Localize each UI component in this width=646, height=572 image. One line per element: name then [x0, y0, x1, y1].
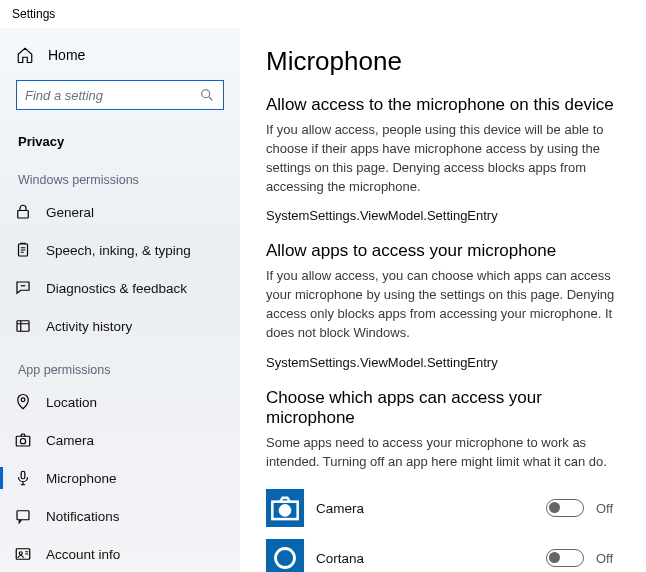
svg-rect-5	[16, 436, 30, 446]
privacy-heading: Privacy	[0, 120, 240, 155]
window-title: Settings	[12, 7, 55, 21]
notifications-icon	[14, 507, 32, 525]
page-title: Microphone	[266, 46, 624, 77]
svg-rect-8	[17, 511, 29, 520]
sidebar-item-location[interactable]: Location	[0, 383, 240, 421]
sidebar: Home Privacy Windows permissions General	[0, 28, 240, 572]
app-row-cortana: Cortana Off	[266, 533, 624, 572]
toggle-camera[interactable]	[546, 499, 584, 517]
sidebar-item-speech[interactable]: Speech, inking, & typing	[0, 231, 240, 269]
section1-text: If you allow access, people using this d…	[266, 121, 624, 196]
main-content: Microphone Allow access to the microphon…	[240, 28, 646, 572]
app-label: Camera	[316, 501, 534, 516]
feedback-icon	[14, 279, 32, 297]
svg-rect-3	[17, 321, 29, 332]
section2-text: If you allow access, you can choose whic…	[266, 267, 624, 342]
sidebar-item-camera[interactable]: Camera	[0, 421, 240, 459]
lock-icon	[14, 203, 32, 221]
section1-entry: SystemSettings.ViewModel.SettingEntry	[266, 208, 624, 223]
sidebar-item-general[interactable]: General	[0, 193, 240, 231]
account-icon	[14, 545, 32, 563]
sidebar-item-notifications[interactable]: Notifications	[0, 497, 240, 535]
svg-point-13	[276, 549, 295, 568]
home-label: Home	[48, 47, 85, 63]
search-box[interactable]	[16, 80, 224, 110]
camera-icon	[14, 431, 32, 449]
section2-heading: Allow apps to access your microphone	[266, 241, 624, 261]
search-icon	[199, 87, 215, 103]
sidebar-item-label: Camera	[46, 433, 94, 448]
section2-entry: SystemSettings.ViewModel.SettingEntry	[266, 355, 624, 370]
sidebar-item-microphone[interactable]: Microphone	[0, 459, 240, 497]
history-icon	[14, 317, 32, 335]
app-permissions-heading: App permissions	[0, 345, 240, 383]
sidebar-item-label: Activity history	[46, 319, 132, 334]
toggle-state: Off	[596, 551, 624, 566]
sidebar-item-label: Location	[46, 395, 97, 410]
toggle-state: Off	[596, 501, 624, 516]
svg-point-12	[280, 506, 290, 516]
section3-text: Some apps need to access your microphone…	[266, 434, 624, 472]
clipboard-icon	[14, 241, 32, 259]
sidebar-item-label: Microphone	[46, 471, 117, 486]
sidebar-item-activity[interactable]: Activity history	[0, 307, 240, 345]
sidebar-item-label: Notifications	[46, 509, 120, 524]
section1-heading: Allow access to the microphone on this d…	[266, 95, 624, 115]
section3-heading: Choose which apps can access your microp…	[266, 388, 624, 428]
location-icon	[14, 393, 32, 411]
window-titlebar: Settings	[0, 0, 646, 28]
svg-point-0	[202, 90, 210, 98]
sidebar-item-label: General	[46, 205, 94, 220]
cortana-tile-icon	[266, 539, 304, 572]
app-row-camera: Camera Off	[266, 483, 624, 533]
svg-point-4	[21, 398, 25, 402]
sidebar-item-label: Speech, inking, & typing	[46, 243, 191, 258]
svg-point-6	[20, 439, 25, 444]
toggle-cortana[interactable]	[546, 549, 584, 567]
home-nav[interactable]: Home	[0, 38, 240, 72]
windows-permissions-heading: Windows permissions	[0, 155, 240, 193]
microphone-icon	[14, 469, 32, 487]
svg-rect-1	[18, 211, 29, 219]
sidebar-item-label: Account info	[46, 547, 120, 562]
app-label: Cortana	[316, 551, 534, 566]
search-input[interactable]	[25, 88, 199, 103]
svg-point-10	[19, 552, 22, 555]
svg-rect-7	[21, 471, 25, 479]
sidebar-item-account[interactable]: Account info	[0, 535, 240, 572]
sidebar-item-label: Diagnostics & feedback	[46, 281, 187, 296]
camera-tile-icon	[266, 489, 304, 527]
sidebar-item-diagnostics[interactable]: Diagnostics & feedback	[0, 269, 240, 307]
home-icon	[16, 46, 34, 64]
